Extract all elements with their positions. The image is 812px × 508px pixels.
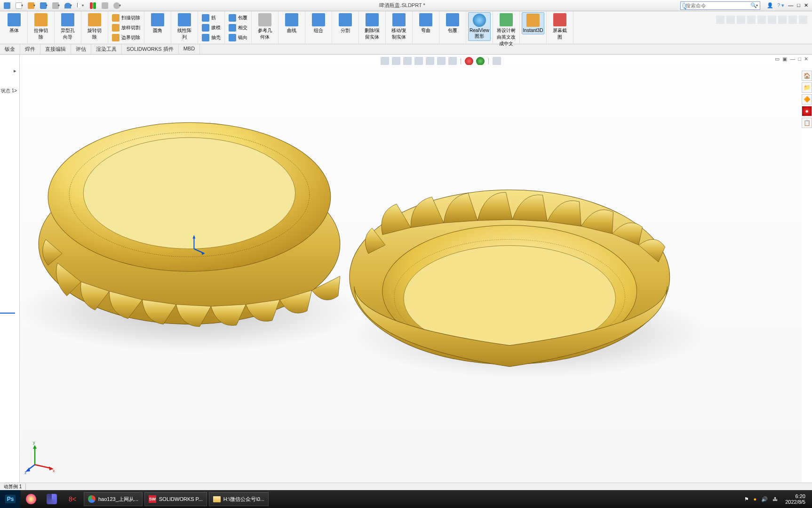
ctx-icon[interactable] (747, 16, 756, 24)
tab-evaluate[interactable]: 评估 (71, 44, 91, 54)
taskpane-appearances-icon[interactable]: ● (802, 106, 812, 116)
tab-sw-addins[interactable]: SOLIDWORKS 插件 (122, 44, 179, 54)
hide-show-icon[interactable] (448, 57, 457, 65)
taskbar-app-icon[interactable]: 8< (62, 490, 83, 508)
apply-scene-icon[interactable] (476, 57, 485, 65)
taskbar-task[interactable]: SWSOLIDWORKS P... (144, 492, 207, 506)
taskbar-app-icon[interactable] (41, 490, 62, 508)
ctx-icon[interactable] (737, 16, 745, 24)
vp-minimize-icon[interactable]: — (790, 56, 795, 62)
view-settings-icon[interactable] (493, 57, 501, 65)
ctx-icon[interactable] (778, 16, 787, 24)
rebuild-icon[interactable] (88, 1, 98, 10)
rollback-bar[interactable] (0, 313, 15, 314)
settings-icon[interactable]: ▾ (112, 1, 122, 10)
split-button[interactable]: 分割 (334, 12, 357, 35)
tray-volume-icon[interactable]: 🔊 (761, 496, 768, 502)
graphics-viewport[interactable]: y x z (20, 65, 802, 483)
taskpane-properties-icon[interactable]: 📋 (802, 118, 812, 128)
move-copy-body-button[interactable]: 移动/复 制实体 (388, 12, 410, 41)
feature-manager-panel: ▸ 状态 1> ◂ ▸ (0, 55, 20, 490)
ctx-icon[interactable] (757, 16, 766, 24)
tray-icon[interactable]: ● (754, 496, 757, 502)
vp-close-icon[interactable]: ✕ (804, 56, 808, 62)
cut-extrude-button[interactable]: 拉伸切 除 (30, 12, 52, 41)
combine-button[interactable]: 组合 (307, 12, 330, 35)
open-icon[interactable]: ▾ (26, 1, 37, 10)
hole-wizard-button[interactable]: 异型孔 向导 (56, 12, 79, 41)
save-icon[interactable]: ▾ (39, 1, 49, 10)
vp-maximize-icon[interactable]: □ (798, 56, 801, 62)
translate-tree-button[interactable]: 将设计树 由英文改 成中文 (495, 12, 517, 48)
minimize-icon[interactable]: — (788, 2, 793, 8)
screenshot-button[interactable]: 屏幕截 图 (549, 12, 571, 41)
user-icon[interactable]: 👤 (767, 2, 773, 8)
display-style-icon[interactable] (437, 57, 446, 65)
draft-button[interactable]: 拔模 (201, 23, 222, 32)
undo-icon[interactable]: ▾ (63, 1, 73, 10)
section-view-icon[interactable] (414, 57, 423, 65)
options-icon[interactable] (100, 1, 110, 10)
help-icon[interactable]: ? ▾ (777, 2, 784, 8)
rib-button[interactable]: 筋 (201, 13, 222, 23)
swept-cut-button[interactable]: 扫描切除 (111, 13, 141, 23)
intersect-button[interactable]: 相交 (228, 23, 248, 32)
tab-mbd[interactable]: MBD (179, 44, 200, 54)
tab-sheetmetal[interactable]: 钣金 (0, 44, 20, 54)
fillet-button[interactable]: 圆角 (146, 12, 169, 35)
search-input[interactable] (685, 3, 750, 8)
feature-base[interactable]: 基体 (3, 12, 25, 35)
new-icon[interactable]: ▾ (14, 1, 24, 10)
taskbar-task[interactable]: H:\微信公众号\0... (209, 492, 269, 506)
tab-render-tools[interactable]: 渲染工具 (91, 44, 122, 54)
zoom-area-icon[interactable] (392, 57, 400, 65)
edit-appearance-icon[interactable] (465, 57, 473, 65)
taskpane-home-icon[interactable]: 🏠 (802, 71, 812, 81)
home-icon[interactable] (2, 1, 12, 10)
select-icon[interactable]: ▾ (75, 1, 86, 10)
instant3d-toggle[interactable]: Instant3D (522, 12, 544, 34)
view-orientation-icon[interactable] (426, 57, 434, 65)
reference-geometry-button[interactable]: 参考几 何体 (254, 12, 276, 41)
linear-pattern-button[interactable]: 线性阵 列 (173, 12, 196, 41)
vp-cascade-icon[interactable]: ▣ (782, 56, 787, 62)
revolve-cut-button[interactable]: 旋转切 除 (83, 12, 106, 41)
delete-keep-body-button[interactable]: 删除/保 留实体 (361, 12, 383, 41)
motion-study-tab[interactable]: 动算例 1 (0, 484, 26, 490)
maximize-icon[interactable]: □ (797, 2, 800, 8)
tab-weldments[interactable]: 焊件 (20, 44, 40, 54)
loft-cut-button[interactable]: 放样切割 (111, 23, 141, 32)
ctx-icon[interactable] (726, 16, 735, 24)
tab-direct-edit[interactable]: 直接编辑 (40, 44, 71, 54)
ctx-icon[interactable] (716, 16, 724, 24)
ctx-icon[interactable] (799, 16, 807, 24)
close-icon[interactable]: ✕ (804, 2, 808, 8)
taskbar-clock[interactable]: 6:20 2022/8/5 (782, 493, 808, 505)
taskpane-views-icon[interactable]: 🔶 (802, 94, 812, 105)
previous-view-icon[interactable] (403, 57, 412, 65)
ctx-icon[interactable] (788, 16, 797, 24)
zoom-fit-icon[interactable] (381, 57, 389, 65)
realview-toggle[interactable]: RealView 图形 (468, 12, 491, 41)
shell-button[interactable]: 抽壳 (201, 33, 222, 42)
taskbar-ps-icon[interactable]: Ps (0, 490, 21, 508)
flex-button[interactable]: 弯曲 (414, 12, 437, 35)
view-orientation-triad[interactable]: y x z (24, 441, 57, 474)
vp-tile-icon[interactable]: ▭ (775, 56, 780, 62)
taskbar-task[interactable]: hao123_上网从... (84, 492, 143, 506)
motion-study-tabs: 动算例 1 (0, 483, 812, 490)
search-icon (683, 3, 685, 8)
tray-network-icon[interactable]: 🖧 (772, 496, 778, 502)
boundary-cut-button[interactable]: 边界切除 (111, 33, 141, 42)
panel-expand-icon[interactable]: ▸ (14, 68, 16, 74)
curves-button[interactable]: 曲线 (280, 12, 303, 35)
command-search[interactable]: 🔍▾ (680, 1, 760, 10)
wrap-button[interactable]: 包覆 (228, 13, 248, 23)
taskpane-resources-icon[interactable]: 📁 (802, 82, 812, 93)
tray-icon[interactable]: ⚑ (744, 496, 749, 502)
taskbar-app-icon[interactable] (21, 490, 41, 508)
indent-button[interactable]: 包覆 (441, 12, 464, 35)
print-icon[interactable]: ▾ (51, 1, 61, 10)
ctx-icon[interactable] (768, 16, 776, 24)
mirror-button[interactable]: 镜向 (228, 33, 248, 42)
